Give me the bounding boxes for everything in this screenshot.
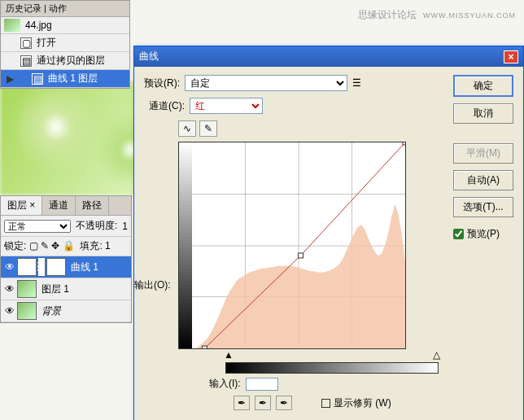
preset-menu-icon[interactable]: ☰ (352, 77, 361, 89)
history-thumb (4, 19, 20, 32)
black-eyedropper-icon[interactable]: ✒ (234, 396, 250, 410)
lock-icons[interactable]: ▢ ✎ ✥ 🔒 (29, 240, 77, 252)
layer-thumb (17, 302, 37, 320)
clip-label: 显示修剪 (W) (334, 396, 391, 410)
history-item[interactable]: ▢ 打开 (1, 34, 129, 52)
blend-mode-select[interactable]: 正常 (4, 220, 71, 233)
svg-rect-6 (202, 346, 207, 348)
open-icon: ▢ (20, 37, 32, 49)
mask-thumb (46, 258, 66, 276)
curves-chart[interactable]: ▲△ (178, 142, 422, 374)
preview-checkbox[interactable]: 预览(P) (453, 227, 513, 241)
history-label: 通过拷贝的图层 (37, 54, 126, 68)
history-item[interactable]: ▶ ▤ 曲线 1 图层 (1, 70, 129, 88)
input-gradient (225, 362, 439, 374)
lock-label: 锁定: (4, 240, 26, 252)
svg-rect-8 (403, 142, 405, 145)
auto-button[interactable]: 自动(A) (453, 170, 513, 190)
preset-label: 预设(R): (144, 77, 180, 90)
curve-tool-button[interactable]: ∿ (178, 120, 196, 137)
history-panel: 历史记录 | 动作 44.jpg ▢ 打开 ▤ 通过拷贝的图层 ▶ ▤ 曲线 1… (0, 0, 130, 89)
slider-white-icon[interactable]: △ (433, 349, 440, 361)
curves-dialog: 曲线 × 预设(R): 自定 ☰ 通道(C): 红 ∿ ✎ 输出(O): (133, 46, 524, 420)
history-label: 曲线 1 图层 (48, 72, 126, 85)
history-header[interactable]: 历史记录 | 动作 (1, 1, 129, 17)
options-button[interactable]: 选项(T)... (453, 197, 513, 217)
cancel-button[interactable]: 取消 (453, 103, 513, 124)
fill-value[interactable]: 1 (105, 240, 111, 252)
channel-select[interactable]: 红 (190, 98, 263, 114)
output-gradient (179, 142, 192, 348)
layer-name: 图层 1 (41, 282, 69, 296)
input-value-field[interactable] (246, 378, 278, 391)
mask-link-icon: ⛓ (38, 258, 45, 276)
titlebar[interactable]: 曲线 × (134, 46, 523, 67)
layers-panel: 图层 × 通道 路径 正常 不透明度: 1 锁定: ▢ ✎ ✥ 🔒 填充: 1 … (0, 195, 132, 323)
visibility-icon[interactable]: 👁 (2, 261, 17, 273)
watermark-main: 思缘设计论坛 (358, 9, 417, 20)
layer-name: 曲线 1 (71, 260, 98, 274)
output-label: 输出(O): (134, 278, 171, 292)
dialog-title: 曲线 (139, 50, 159, 63)
visibility-icon[interactable]: 👁 (2, 305, 17, 317)
close-button[interactable]: × (504, 50, 518, 63)
tab-channels[interactable]: 通道 (42, 196, 76, 215)
history-item[interactable]: ▤ 通过拷贝的图层 (1, 52, 129, 70)
pencil-tool-button[interactable]: ✎ (199, 120, 217, 137)
history-cursor-icon: ▶ (4, 73, 15, 85)
curves-layer-icon: ▤ (32, 73, 43, 85)
visibility-icon[interactable]: 👁 (2, 283, 17, 295)
tab-layers[interactable]: 图层 × (1, 196, 42, 215)
preview-label: 预览(P) (467, 227, 500, 241)
preview-check-input[interactable] (453, 229, 464, 239)
checkbox-icon (321, 399, 330, 408)
history-label: 打开 (37, 36, 126, 50)
layer-row[interactable]: 👁 图层 1 (1, 278, 131, 300)
layer-thumb (17, 280, 37, 298)
channel-label: 通道(C): (149, 99, 185, 113)
slider-black-icon[interactable]: ▲ (224, 349, 234, 361)
history-file-row[interactable]: 44.jpg (1, 17, 129, 34)
history-file: 44.jpg (25, 20, 52, 31)
preset-select[interactable]: 自定 (185, 75, 347, 91)
layer-row[interactable]: 👁 ◐ ⛓ 曲线 1 (1, 256, 131, 278)
input-label: 输入(I): (209, 377, 241, 391)
tab-paths[interactable]: 路径 (76, 196, 109, 215)
curve-plot[interactable] (192, 142, 405, 348)
watermark-url: WWW.MISSYUAN.COM (423, 11, 516, 20)
gray-eyedropper-icon[interactable]: ✒ (255, 396, 271, 410)
white-eyedropper-icon[interactable]: ✒ (276, 396, 292, 410)
clip-checkbox[interactable]: 显示修剪 (W) (321, 396, 391, 410)
layer-copy-icon: ▤ (20, 55, 32, 67)
fill-label: 填充: (80, 240, 102, 252)
svg-rect-7 (299, 253, 303, 258)
opacity-label: 不透明度: (76, 219, 117, 233)
ok-button[interactable]: 确定 (453, 75, 513, 97)
adjustment-thumb: ◐ (17, 258, 37, 276)
opacity-value[interactable]: 1 (122, 221, 128, 232)
layer-name: 背景 (41, 304, 61, 318)
layer-row[interactable]: 👁 背景 (1, 300, 131, 322)
smooth-button: 平滑(M) (453, 143, 513, 164)
